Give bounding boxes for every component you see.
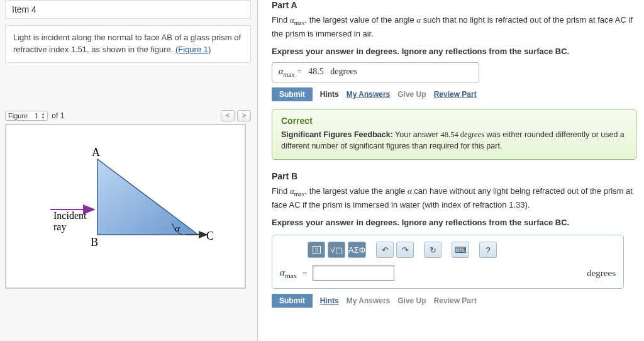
page-root: Item 4 Light is incident along the norma… — [0, 0, 644, 341]
figure-of-text: of 1 — [52, 111, 64, 120]
part-b-my-answers[interactable]: My Answers — [347, 296, 391, 305]
template-button[interactable]: ▯ — [308, 242, 325, 258]
equals: = — [297, 67, 302, 76]
answer-input-pane: ▯ √▢ ΑΣΦ ↶ ↷ ↻ ⌨ ? αmax = degrees — [272, 235, 624, 289]
greek-button[interactable]: ΑΣΦ — [348, 242, 366, 258]
svg-marker-0 — [97, 159, 198, 235]
vertex-c: C — [206, 230, 214, 242]
part-a-question: Find αmax, the largest value of the angl… — [272, 14, 636, 40]
part-b-question: Find αmax, the largest value the angle α… — [272, 185, 636, 211]
part-a-var: αmax — [279, 67, 294, 76]
part-b-label: Part B — [272, 171, 636, 181]
figure-nav: < > — [221, 110, 251, 121]
sigfig-pre: Your answer — [393, 130, 441, 139]
sqrt-button[interactable]: √▢ — [328, 242, 345, 258]
feedback-sigfig: Significant Figures Feedback: Your answe… — [281, 130, 627, 152]
figure-link[interactable]: (Figure 1) — [175, 45, 211, 54]
undo-button[interactable]: ↶ — [376, 242, 394, 258]
part-b-var: αmax — [280, 267, 297, 279]
part-a-actions: Submit Hints My Answers Give Up Review P… — [272, 87, 636, 101]
left-column: Item 4 Light is incident along the norma… — [0, 0, 258, 341]
sigfig-label: Significant Figures Feedback: — [281, 130, 393, 139]
part-a-value: 48.5 — [308, 67, 324, 76]
equals-b: = — [302, 268, 307, 279]
part-b-review[interactable]: Review Part — [434, 296, 477, 305]
part-b-actions: Submit Hints My Answers Give Up Review P… — [272, 294, 636, 308]
part-b-units: degrees — [587, 268, 616, 279]
part-a-label-cut: Part A — [272, 0, 636, 10]
figure-header: Figure 1 ▲▼ of 1 < > — [5, 110, 251, 121]
figure-current: 1 — [35, 112, 38, 120]
part-b-submit-button[interactable]: Submit — [272, 294, 313, 308]
figure-label: Figure — [8, 112, 28, 120]
help-button[interactable]: ? — [479, 242, 497, 258]
part-a-instruction: Express your answer in degrees. Ignore a… — [272, 45, 636, 58]
part-a-units: degrees — [330, 67, 357, 76]
incident-label-1: Incident — [53, 210, 87, 221]
vertex-a: A — [92, 146, 100, 159]
figure-selector[interactable]: Figure 1 ▲▼ — [5, 111, 48, 121]
figure-next-button[interactable]: > — [237, 110, 251, 121]
angle-alpha: α — [175, 223, 180, 233]
equation-toolbar: ▯ √▢ ΑΣΦ ↶ ↷ ↻ ⌨ ? — [308, 242, 616, 258]
part-b-answer-input[interactable] — [313, 266, 394, 281]
sigfig-val: 48.54 degrees — [441, 130, 484, 139]
item-title: Item 4 — [5, 0, 251, 19]
problem-statement: Light is incident along the normal to fa… — [5, 25, 251, 63]
vertex-b: B — [91, 236, 98, 249]
incident-label-2: ray — [53, 221, 66, 233]
part-a-submit-button[interactable]: Submit — [272, 87, 313, 101]
reset-button[interactable]: ↻ — [424, 242, 441, 258]
prism-diagram: A B C α Incident ray — [25, 137, 226, 276]
feedback-box: Correct Significant Figures Feedback: Yo… — [272, 109, 636, 160]
part-a-answer-box: αmax = 48.5 degrees — [272, 62, 479, 82]
part-a-my-answers[interactable]: My Answers — [347, 90, 391, 99]
part-a-give-up[interactable]: Give Up — [397, 90, 426, 99]
redo-button[interactable]: ↷ — [396, 242, 414, 258]
answer-input-row: αmax = degrees — [280, 266, 616, 281]
right-column: Part A Find αmax, the largest value of t… — [258, 0, 644, 341]
figure-frame: A B C α Incident ray — [5, 124, 246, 289]
stepper-icon[interactable]: ▲▼ — [41, 112, 45, 120]
part-b-hints[interactable]: Hints — [320, 296, 339, 305]
keyboard-button[interactable]: ⌨ — [452, 242, 469, 258]
part-a-hints[interactable]: Hints — [320, 90, 339, 99]
part-a-review[interactable]: Review Part — [434, 90, 477, 99]
figure-prev-button[interactable]: < — [221, 110, 235, 121]
part-b-give-up[interactable]: Give Up — [397, 296, 426, 305]
part-b-instruction: Express your answer in degrees. Ignore a… — [272, 216, 636, 229]
feedback-correct: Correct — [281, 116, 627, 126]
